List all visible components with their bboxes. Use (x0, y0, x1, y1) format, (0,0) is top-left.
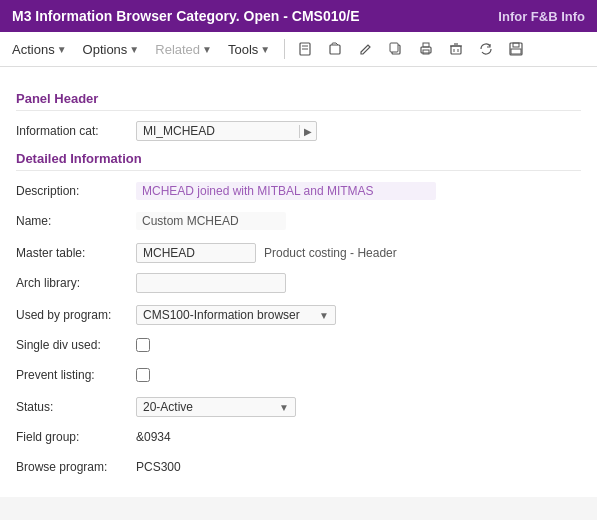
master-table-desc: Product costing - Header (264, 246, 397, 260)
new-button[interactable] (293, 36, 319, 62)
single-div-checkbox[interactable] (136, 338, 150, 352)
svg-rect-16 (511, 49, 521, 54)
app-name: Infor F&B Info (498, 9, 585, 24)
browse-program-label: Browse program: (16, 460, 136, 474)
panel-header-section: Panel Header (16, 91, 581, 111)
toolbar: Actions ▼ Options ▼ Related ▼ Tools ▼ (0, 32, 597, 67)
delete-button[interactable] (443, 36, 469, 62)
status-chevron: ▼ (279, 402, 289, 413)
name-row: Name: Custom MCHEAD (16, 209, 581, 233)
open-button[interactable] (323, 36, 349, 62)
status-select[interactable]: 20-Active ▼ (136, 397, 296, 417)
field-group-value: &0934 (136, 430, 171, 444)
info-cat-row: Information cat: ▶ (16, 119, 581, 143)
status-value: 20-Active (143, 400, 279, 414)
browse-program-row: Browse program: PCS300 (16, 455, 581, 479)
master-table-label: Master table: (16, 246, 136, 260)
save-button[interactable] (503, 36, 529, 62)
detailed-info-section: Detailed Information (16, 151, 581, 171)
svg-rect-5 (390, 43, 398, 52)
used-by-program-row: Used by program: CMS100-Information brow… (16, 303, 581, 327)
related-menu[interactable]: Related ▼ (149, 39, 218, 60)
description-value: MCHEAD joined with MITBAL and MITMAS (136, 182, 436, 200)
toolbar-divider-1 (284, 39, 285, 59)
content-area: Panel Header Information cat: ▶ Detailed… (0, 67, 597, 497)
prevent-listing-row: Prevent listing: (16, 363, 581, 387)
arch-library-input[interactable] (136, 273, 286, 293)
master-table-input[interactable] (136, 243, 256, 263)
used-by-program-label: Used by program: (16, 308, 136, 322)
used-by-program-value: CMS100-Information browser (143, 308, 319, 322)
status-label: Status: (16, 400, 136, 414)
related-chevron: ▼ (202, 44, 212, 55)
title-bar: M3 Information Browser Category. Open - … (0, 0, 597, 32)
tools-chevron: ▼ (260, 44, 270, 55)
browse-program-value: PCS300 (136, 460, 181, 474)
actions-menu[interactable]: Actions ▼ (6, 39, 73, 60)
arch-library-row: Arch library: (16, 271, 581, 295)
copy-button[interactable] (383, 36, 409, 62)
actions-chevron: ▼ (57, 44, 67, 55)
arch-library-label: Arch library: (16, 276, 136, 290)
status-row: Status: 20-Active ▼ (16, 395, 581, 419)
master-table-fields: Product costing - Header (136, 243, 397, 263)
prevent-listing-checkbox[interactable] (136, 368, 150, 382)
name-label: Name: (16, 214, 136, 228)
single-div-label: Single div used: (16, 338, 136, 352)
svg-rect-9 (451, 46, 461, 54)
edit-button[interactable] (353, 36, 379, 62)
related-label: Related (155, 42, 200, 57)
options-menu[interactable]: Options ▼ (77, 39, 146, 60)
tools-menu[interactable]: Tools ▼ (222, 39, 276, 60)
info-cat-field[interactable]: ▶ (136, 121, 317, 141)
info-cat-label: Information cat: (16, 124, 136, 138)
options-chevron: ▼ (129, 44, 139, 55)
used-by-program-select[interactable]: CMS100-Information browser ▼ (136, 305, 336, 325)
field-group-label: Field group: (16, 430, 136, 444)
description-row: Description: MCHEAD joined with MITBAL a… (16, 179, 581, 203)
prevent-listing-label: Prevent listing: (16, 368, 136, 382)
info-cat-arrow[interactable]: ▶ (299, 125, 316, 138)
tools-label: Tools (228, 42, 258, 57)
window-title: M3 Information Browser Category. Open - … (12, 8, 498, 24)
svg-rect-3 (330, 45, 340, 54)
refresh-button[interactable] (473, 36, 499, 62)
info-cat-input[interactable] (137, 122, 299, 140)
used-by-program-chevron: ▼ (319, 310, 329, 321)
description-label: Description: (16, 184, 136, 198)
options-label: Options (83, 42, 128, 57)
single-div-row: Single div used: (16, 333, 581, 357)
name-value: Custom MCHEAD (136, 212, 286, 230)
print-button[interactable] (413, 36, 439, 62)
master-table-row: Master table: Product costing - Header (16, 241, 581, 265)
actions-label: Actions (12, 42, 55, 57)
field-group-row: Field group: &0934 (16, 425, 581, 449)
